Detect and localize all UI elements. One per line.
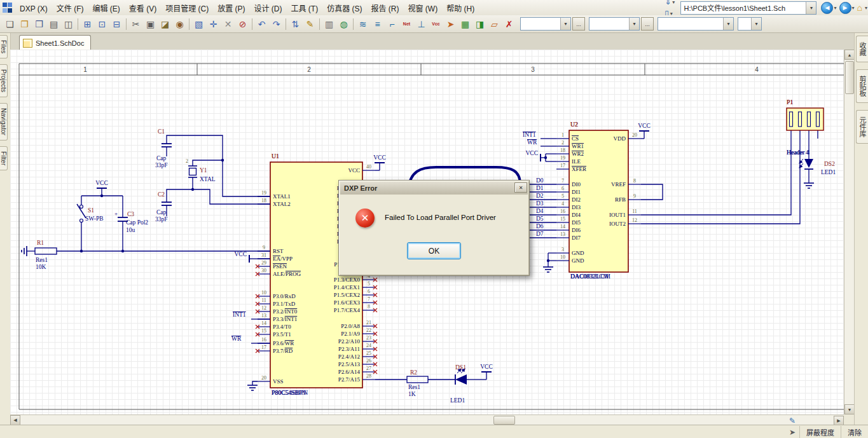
menu-place[interactable]: 放置 (P) bbox=[213, 3, 249, 15]
menu-reports[interactable]: 报告 (R) bbox=[367, 3, 404, 15]
menu-tools[interactable]: 工具 (T) bbox=[287, 3, 323, 15]
schematic-sheet-icon bbox=[23, 39, 32, 48]
svg-text:3: 3 bbox=[531, 66, 535, 73]
open-document-icon[interactable]: ❐ bbox=[17, 17, 32, 31]
left-panel-tabs: FilesProjectsNavigatorFilter bbox=[0, 33, 11, 425]
chevron-down-icon[interactable]: ▾ bbox=[723, 18, 733, 30]
dialog-title-bar[interactable]: DXP Error bbox=[340, 182, 528, 195]
zoom-area-icon[interactable]: ⊡ bbox=[95, 17, 109, 31]
chevron-down-icon[interactable]: ▾ bbox=[629, 18, 639, 30]
right-panel-tab-0[interactable]: 收藏 bbox=[856, 36, 868, 62]
home-dropdown-icon[interactable]: ▾ bbox=[865, 5, 867, 11]
svg-text:P3.5/T1: P3.5/T1 bbox=[273, 331, 291, 338]
horizontal-scroll-thumb[interactable] bbox=[493, 416, 515, 425]
filter-combo-2[interactable]: ▾ bbox=[589, 17, 640, 31]
place-port-icon[interactable]: ▱ bbox=[487, 17, 502, 31]
close-icon[interactable]: ✕ bbox=[514, 182, 527, 193]
chevron-down-icon[interactable]: ▾ bbox=[560, 18, 570, 30]
select-area-icon[interactable]: ▧ bbox=[191, 17, 206, 31]
menu-window[interactable]: 视窗 (W) bbox=[404, 3, 443, 15]
ok-button[interactable]: OK bbox=[407, 242, 461, 259]
new-document-icon[interactable]: ❏ bbox=[3, 17, 17, 31]
redo-icon[interactable]: ↷ bbox=[269, 17, 284, 31]
scroll-left-icon[interactable]: ◀ bbox=[10, 415, 20, 425]
svg-text:C1: C1 bbox=[158, 128, 165, 135]
address-combo[interactable]: H:\PCB文件\lesson1\Sheet1.Sch ▾ bbox=[680, 1, 816, 15]
help-icon[interactable]: ◍ bbox=[336, 17, 351, 31]
left-panel-tab-files[interactable]: Files bbox=[0, 35, 8, 58]
filter-combo-3[interactable]: ▾ bbox=[658, 17, 734, 31]
menu-view[interactable]: 查看 (V) bbox=[125, 3, 161, 15]
menu-project[interactable]: 项目管理 (C) bbox=[161, 3, 213, 15]
filter-combo-4[interactable]: ▾ bbox=[738, 17, 762, 31]
place-sheet-symbol-icon[interactable]: ▦ bbox=[458, 17, 472, 31]
place-part-icon[interactable]: ➤ bbox=[443, 17, 458, 31]
place-bus-icon[interactable]: ≡ bbox=[370, 17, 385, 31]
svg-text:1: 1 bbox=[561, 132, 564, 138]
mask-level-button[interactable]: 屏蔽程度 bbox=[799, 426, 841, 438]
place-no-erc-icon[interactable]: ✗ bbox=[502, 17, 516, 31]
place-bus-entry-icon[interactable]: ⌐ bbox=[385, 17, 399, 31]
chevron-down-icon[interactable]: ▾ bbox=[806, 2, 816, 14]
copy-icon[interactable]: ▣ bbox=[143, 17, 158, 31]
forward-dropdown-icon[interactable]: ▾ bbox=[852, 5, 855, 11]
clear-button[interactable]: 清除 bbox=[841, 426, 868, 438]
menu-edit[interactable]: 编辑 (E) bbox=[88, 3, 124, 15]
address-value[interactable]: H:\PCB文件\lesson1\Sheet1.Sch bbox=[681, 3, 806, 13]
menu-simulator[interactable]: 仿真器 (S) bbox=[322, 3, 366, 15]
menu-design[interactable]: 设计 (D) bbox=[250, 3, 287, 15]
zoom-fit-document-icon[interactable]: ⊞ bbox=[80, 17, 95, 31]
scroll-down-icon[interactable]: ▼ bbox=[844, 404, 855, 414]
rubber-stamp-icon[interactable]: ◉ bbox=[172, 17, 187, 31]
svg-text:D7: D7 bbox=[536, 231, 544, 237]
undo-icon[interactable]: ↶ bbox=[254, 17, 269, 31]
place-gnd-power-port-icon[interactable]: ⊥ bbox=[414, 17, 429, 31]
svg-text:VCC: VCC bbox=[373, 154, 386, 161]
place-wire-icon[interactable]: ≋ bbox=[355, 17, 370, 31]
cross-probe-icon[interactable]: ✎ bbox=[303, 17, 317, 31]
print-icon[interactable]: ▤ bbox=[46, 17, 61, 31]
menu-file[interactable]: 文件 (F) bbox=[52, 3, 88, 15]
svg-text:EA/VPP: EA/VPP bbox=[273, 256, 293, 262]
menu-dxp[interactable]: DXP (X) bbox=[15, 3, 52, 15]
svg-text:29: 29 bbox=[261, 260, 266, 266]
tab-sheet1-schdoc[interactable]: Sheet1.SchDoc bbox=[19, 35, 91, 50]
scroll-up-icon[interactable]: ▲ bbox=[844, 50, 855, 60]
print-preview-icon[interactable]: ◫ bbox=[61, 17, 76, 31]
selection-mode-icon[interactable]: ➤ bbox=[786, 427, 799, 438]
place-net-label-icon[interactable]: Net bbox=[399, 17, 414, 31]
back-button[interactable]: ◀ bbox=[821, 2, 833, 14]
chevron-down-icon[interactable]: ▾ bbox=[672, 0, 675, 5]
menu-help[interactable]: 帮助 (H) bbox=[442, 3, 479, 15]
zoom-selection-icon[interactable]: ⊟ bbox=[109, 17, 124, 31]
paste-icon[interactable]: ◪ bbox=[158, 17, 172, 31]
cut-icon[interactable]: ✂ bbox=[128, 17, 143, 31]
left-panel-tab-navigator[interactable]: Navigator bbox=[0, 103, 8, 140]
forward-button[interactable]: ▶ bbox=[839, 2, 851, 14]
right-panel-tab-1[interactable]: 剪贴板 bbox=[856, 69, 868, 103]
hierarchy-up-down-icon[interactable]: ⇅ bbox=[288, 17, 303, 31]
filter-combo-1-browse-button[interactable]: ... bbox=[572, 17, 585, 31]
clear-filter-icon[interactable]: ⊘ bbox=[235, 17, 250, 31]
home-icon[interactable]: ⌂ bbox=[857, 3, 862, 13]
svg-text:C2: C2 bbox=[158, 191, 165, 198]
filter-combo-2-browse-button[interactable]: ... bbox=[641, 17, 654, 31]
left-panel-tab-projects[interactable]: Projects bbox=[0, 64, 8, 97]
right-panel-tab-2[interactable]: 元件库 bbox=[856, 110, 868, 144]
back-dropdown-icon[interactable]: ▾ bbox=[834, 5, 836, 11]
left-panel-tab-filter[interactable]: Filter bbox=[0, 146, 8, 170]
move-selection-icon[interactable]: ✛ bbox=[206, 17, 221, 31]
mask-edit-icon[interactable]: ✎ bbox=[786, 415, 799, 427]
place-vcc-power-port-icon[interactable]: Vcc bbox=[429, 17, 443, 31]
horizontal-scrollbar[interactable]: ◀ ▶ bbox=[10, 414, 844, 425]
place-sheet-entry-icon[interactable]: ◨ bbox=[472, 17, 487, 31]
navigation-toolbar-toggle[interactable]: ⇓▾ bbox=[663, 0, 677, 8]
browse-library-icon[interactable]: ▥ bbox=[322, 17, 336, 31]
main-toolbar: ❏❐❒▤◫⊞⊡⊟✂▣◪◉▧✛✕⊘↶↷⇅✎▥◍≋≡⌐Net⊥Vcc➤▦◨▱✗▾..… bbox=[0, 15, 868, 33]
vertical-scrollbar[interactable]: ▲ ▼ bbox=[844, 50, 855, 414]
deselect-all-icon[interactable]: ✕ bbox=[221, 17, 235, 31]
chevron-down-icon[interactable]: ▾ bbox=[751, 18, 761, 30]
vertical-scroll-thumb[interactable] bbox=[845, 61, 854, 94]
filter-combo-1[interactable]: ▾ bbox=[520, 17, 571, 31]
save-document-icon[interactable]: ❒ bbox=[32, 17, 46, 31]
